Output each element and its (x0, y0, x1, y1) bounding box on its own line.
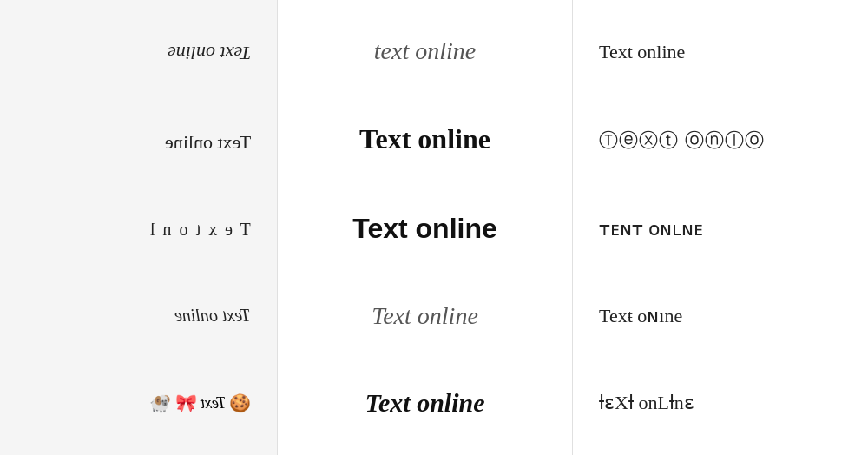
right-text-3: ᴛᴇɴᴛ ᴏɴʟɴᴇ (599, 218, 703, 240)
left-item-2: Text online (165, 128, 251, 157)
right-column: Text online Ⓣⓔⓧⓣ ⓞⓝⓛⓞ ᴛᴇɴᴛ ᴏɴʟɴᴇ Texŧ oɴ… (573, 0, 868, 455)
mid-item-5: Text online (365, 385, 484, 421)
right-text-4: Texŧ oɴıne (599, 305, 682, 326)
mid-text-1: text online (374, 37, 476, 64)
mid-text-4: Text online (372, 302, 478, 329)
right-text-5: ƚɛXƚ onLƚnɛ (599, 392, 694, 413)
middle-column: text online Text online Text online Text… (278, 0, 573, 455)
left-text-1: Text online (168, 42, 251, 64)
left-column: Text online Text online T e x t o n l Te… (0, 0, 278, 455)
mid-item-3: Text online (352, 209, 497, 248)
left-text-3: T e x t o n l (148, 220, 251, 240)
right-item-5: ƚɛXƚ onLƚnɛ (599, 388, 694, 418)
left-item-3: T e x t o n l (148, 216, 251, 243)
mid-text-3: Text online (352, 213, 497, 244)
mid-text-2: Text online (359, 123, 490, 155)
mid-item-2: Text online (359, 120, 490, 159)
right-item-3: ᴛᴇɴᴛ ᴏɴʟɴᴇ (599, 214, 703, 244)
mid-text-5: Text online (365, 388, 484, 417)
right-item-4: Texŧ oɴıne (599, 301, 682, 331)
left-item-5: 🍪 Text 🎀 🐏 (149, 389, 251, 417)
right-text-2: Ⓣⓔⓧⓣ ⓞⓝⓛⓞ (599, 129, 765, 151)
left-text-2: Text online (165, 131, 251, 154)
left-text-5: 🍪 Text 🎀 🐏 (149, 392, 251, 413)
right-item-1: Text online (599, 37, 685, 67)
right-item-2: Ⓣⓔⓧⓣ ⓞⓝⓛⓞ (599, 124, 765, 157)
mid-item-1: text online (374, 34, 476, 69)
left-text-4: Text online (174, 306, 251, 326)
right-text-1: Text online (599, 41, 685, 63)
left-item-1: Text online (168, 38, 251, 68)
left-item-4: Text online (174, 302, 251, 329)
mid-item-4: Text online (372, 299, 478, 333)
